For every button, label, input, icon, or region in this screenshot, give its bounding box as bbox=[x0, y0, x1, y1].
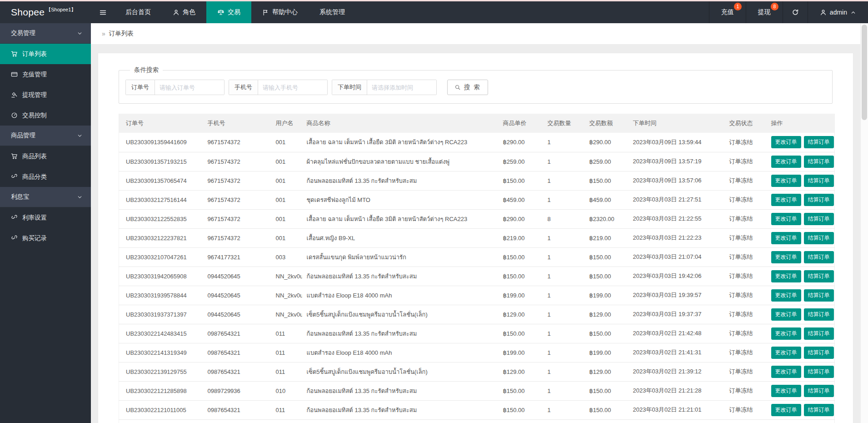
change-order-button[interactable]: 更改订单 bbox=[771, 327, 801, 340]
cell-order-no: UB2303031939578844 bbox=[119, 286, 203, 305]
settle-order-button[interactable]: 结算订单 bbox=[804, 289, 834, 302]
change-order-button[interactable]: 更改订单 bbox=[771, 194, 801, 206]
settle-order-button[interactable]: 结算订单 bbox=[804, 251, 834, 263]
change-order-button[interactable]: 更改订单 bbox=[771, 404, 801, 416]
link-icon bbox=[11, 173, 18, 180]
phone-field-label: 手机号 bbox=[229, 80, 258, 95]
settle-order-button[interactable]: 结算订单 bbox=[804, 385, 834, 397]
table-row: UB23030319395788440944520645NN_2kv0uแบตส… bbox=[119, 286, 835, 305]
change-order-button[interactable]: 更改订单 bbox=[771, 385, 801, 397]
cell-quantity: 1 bbox=[543, 343, 585, 362]
user-menu[interactable]: admin bbox=[808, 1, 868, 23]
sidebar-item-label: 利率设置 bbox=[22, 214, 47, 222]
nav-item-roles[interactable]: 角色 bbox=[162, 1, 206, 23]
cell-order-no: UB2303091357193215 bbox=[119, 152, 203, 171]
cell-status: 订单冻结 bbox=[725, 362, 767, 381]
settle-order-button[interactable]: 结算订单 bbox=[804, 327, 834, 340]
recharge-button[interactable]: 充值1 bbox=[709, 1, 746, 23]
change-order-button[interactable]: 更改订单 bbox=[771, 251, 801, 263]
cell-quantity: 1 bbox=[543, 190, 585, 209]
sidebar-toggle-button[interactable] bbox=[91, 1, 115, 23]
cell-quantity: 8 bbox=[543, 209, 585, 228]
settle-order-button[interactable]: 结算订单 bbox=[804, 232, 834, 244]
cell-username: 003 bbox=[271, 247, 302, 267]
change-order-button[interactable]: 更改订单 bbox=[771, 308, 801, 321]
settle-order-button[interactable]: 结算订单 bbox=[804, 347, 834, 359]
table-row: UB23030913571932159671574372001ผ้าคลุมไห… bbox=[119, 152, 835, 171]
cell-order-no: UB2303022121011005 bbox=[119, 400, 203, 419]
scrollbar[interactable] bbox=[860, 23, 868, 423]
settle-order-button[interactable]: 结算订单 bbox=[804, 175, 834, 187]
cell-status: 订单冻结 bbox=[725, 324, 767, 343]
change-order-button[interactable]: 更改订单 bbox=[771, 232, 801, 244]
cell-actions: 更改订单结算订单 bbox=[767, 400, 835, 419]
chevron-down-icon bbox=[77, 194, 83, 200]
column-header: 商品名称 bbox=[302, 114, 499, 133]
change-order-button[interactable]: 更改订单 bbox=[771, 213, 801, 225]
sidebar-group-product-management[interactable]: 商品管理 bbox=[0, 126, 91, 146]
cell-status: 订单冻结 bbox=[725, 171, 767, 190]
change-order-button[interactable]: 更改订单 bbox=[771, 366, 801, 378]
sidebar-item-interest-rate-settings[interactable]: 利率设置 bbox=[0, 207, 91, 228]
username: admin bbox=[830, 9, 847, 16]
change-order-button[interactable]: 更改订单 bbox=[771, 175, 801, 187]
settle-order-button[interactable]: 结算订单 bbox=[804, 213, 834, 225]
table-row: UB23030221210110050987654321011ก้อนพลอยอ… bbox=[119, 400, 835, 419]
cell-phone: 0986252105 bbox=[203, 419, 271, 423]
cell-username: 011 bbox=[271, 324, 302, 343]
sidebar-item-product-list[interactable]: 商品列表 bbox=[0, 146, 91, 166]
sidebar-item-trade-control[interactable]: 交易控制 bbox=[0, 105, 91, 126]
cell-amount: ฿199.00 bbox=[585, 343, 629, 362]
cell-actions: 更改订单结算订单 bbox=[767, 324, 835, 343]
cell-status: 订单冻结 bbox=[725, 152, 767, 171]
sidebar-item-order-list[interactable]: 订单列表 bbox=[0, 44, 91, 64]
settle-order-button[interactable]: 结算订单 bbox=[804, 194, 834, 206]
nav-item-dashboard[interactable]: 后台首页 bbox=[115, 1, 162, 23]
nav-item-system[interactable]: 系统管理 bbox=[309, 1, 356, 23]
cell-unit-price: ฿129.00 bbox=[499, 362, 543, 381]
sidebar-item-purchase-records[interactable]: 购买记录 bbox=[0, 228, 91, 248]
change-order-button[interactable]: 更改订单 bbox=[771, 347, 801, 359]
sidebar-item-recharge-management[interactable]: 充值管理 bbox=[0, 64, 91, 85]
order-no-field-group: 订单号 bbox=[125, 80, 224, 95]
breadcrumb-icon: » bbox=[102, 30, 105, 37]
sidebar-group-interest-treasure[interactable]: 利息宝 bbox=[0, 187, 91, 207]
settle-order-button[interactable]: 结算订单 bbox=[804, 156, 834, 168]
sidebar-item-withdraw-management[interactable]: 提现管理 bbox=[0, 85, 91, 105]
cell-quantity: 1 bbox=[543, 286, 585, 305]
cell-order-no: UB2303022120294836 bbox=[119, 419, 203, 423]
cell-actions: 更改订单结算订单 bbox=[767, 171, 835, 190]
order-time-input[interactable] bbox=[367, 80, 436, 95]
scrollbar-thumb[interactable] bbox=[862, 25, 867, 120]
settle-order-button[interactable]: 结算订单 bbox=[804, 270, 834, 282]
cell-unit-price: ฿259.00 bbox=[499, 152, 543, 171]
table-row: UB23030221212858980989729936010ก้อนพลอยอ… bbox=[119, 381, 835, 400]
nav-item-help-center[interactable]: 帮助中心 bbox=[251, 1, 309, 23]
column-header: 下单时间 bbox=[629, 114, 725, 133]
cell-product-name: ก้อนพลอยอเมทิสต์ 13.35 กะรัตสำหรับสะสม bbox=[302, 400, 499, 419]
cell-unit-price: ฿150.00 bbox=[499, 267, 543, 286]
settle-order-button[interactable]: 结算订单 bbox=[804, 366, 834, 378]
sidebar-group-trade-management[interactable]: 交易管理 bbox=[0, 23, 91, 44]
search-panel-title: 条件搜索 bbox=[130, 66, 163, 74]
orders-table: 订单号手机号用户名商品名称商品单价交易数量交易数额下单时间交易状态操作 UB23… bbox=[119, 114, 835, 423]
cell-unit-price: ฿150.00 bbox=[499, 400, 543, 419]
settle-order-button[interactable]: 结算订单 bbox=[804, 404, 834, 416]
change-order-button[interactable]: 更改订单 bbox=[771, 270, 801, 282]
change-order-button[interactable]: 更改订单 bbox=[771, 136, 801, 148]
phone-input[interactable] bbox=[258, 80, 327, 95]
refresh-button[interactable] bbox=[783, 1, 808, 23]
settle-order-button[interactable]: 结算订单 bbox=[804, 308, 834, 321]
sidebar-item-label: 充值管理 bbox=[22, 70, 47, 79]
withdraw-button[interactable]: 提现8 bbox=[746, 1, 783, 23]
search-button[interactable]: 搜 索 bbox=[447, 80, 488, 95]
change-order-button[interactable]: 更改订单 bbox=[771, 156, 801, 168]
change-order-button[interactable]: 更改订单 bbox=[771, 289, 801, 302]
settle-order-button[interactable]: 结算订单 bbox=[804, 136, 834, 148]
main-content: 条件搜索 订单号 手机号 下单时间 搜 索 bbox=[91, 45, 860, 423]
sidebar-item-product-category[interactable]: 商品分类 bbox=[0, 166, 91, 187]
nav-item-trade[interactable]: 交易 bbox=[206, 1, 251, 23]
order-no-input[interactable] bbox=[155, 80, 224, 95]
cell-username: 001 bbox=[271, 209, 302, 228]
search-panel: 条件搜索 订单号 手机号 下单时间 搜 索 bbox=[119, 66, 833, 104]
